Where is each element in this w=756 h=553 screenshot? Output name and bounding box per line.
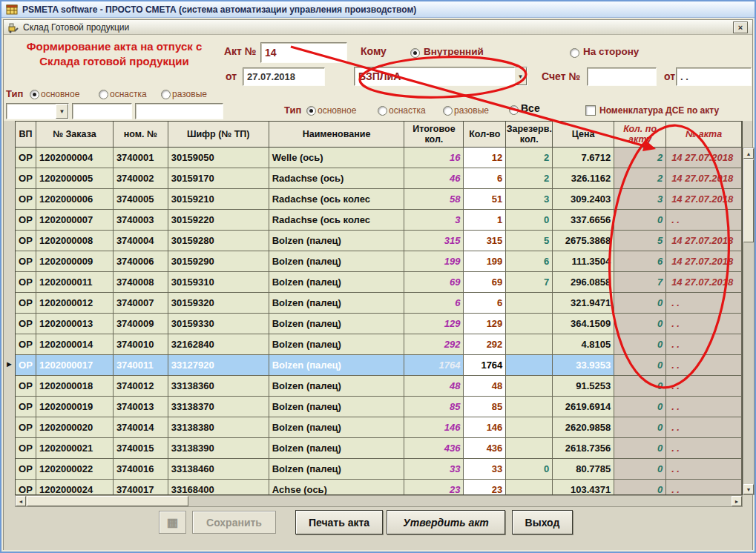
cell-act-qty[interactable]: 0	[614, 293, 666, 314]
cell-reserved[interactable]	[506, 480, 553, 494]
column-header-name[interactable]: Наименование	[269, 122, 405, 148]
cell-price[interactable]: 4.8105	[553, 334, 614, 355]
radio-type-main[interactable]	[30, 90, 39, 99]
cell-total[interactable]: 6	[404, 293, 464, 314]
column-header-reserved[interactable]: Зарезерв. кол.	[506, 122, 553, 148]
cell-name[interactable]: Bolzen (палец)	[269, 397, 405, 417]
exit-button[interactable]: Выход	[512, 510, 573, 534]
radio-internal[interactable]	[410, 48, 420, 58]
cell-name[interactable]: Achse (ось)	[269, 480, 405, 494]
cell-act-qty[interactable]: 0	[614, 314, 666, 334]
table-row[interactable]: ОР1202000021374001533138390Bolzen (палец…	[16, 438, 742, 459]
cell-order[interactable]: 1202000005	[36, 168, 114, 189]
cell-reserved[interactable]: 2	[506, 168, 553, 189]
scroll-down-icon[interactable]: ▼	[743, 484, 754, 494]
cell-act-no[interactable]: . .	[666, 210, 742, 231]
cell-name[interactable]: Bolzen (палец)	[269, 293, 405, 314]
cell-act-qty[interactable]: 0	[614, 417, 666, 438]
cell-name[interactable]: Bolzen (палец)	[269, 231, 405, 251]
table-row[interactable]: ОР1202000008374000430159280Bolzen (палец…	[16, 231, 742, 251]
table-row[interactable]: ОР1202000017374001133127920Bolzen (палец…	[16, 355, 742, 376]
cell-part[interactable]: 3740001	[114, 148, 168, 168]
cell-reserved[interactable]: 0	[506, 210, 553, 231]
nomenclature-checkbox[interactable]	[585, 105, 596, 116]
cell-order[interactable]: 1202000008	[36, 231, 114, 251]
cell-price[interactable]: 103.4371	[553, 480, 614, 494]
filter-combobox[interactable]: ▼	[6, 103, 69, 119]
cell-name[interactable]: Radachse (ось)	[269, 168, 405, 189]
cell-total[interactable]: 3	[404, 210, 464, 231]
nomenclature-checkbox-label[interactable]: Номенклатура ДСЕ по акту	[599, 105, 719, 116]
cell-price[interactable]: 337.6656	[553, 210, 614, 231]
cell-reserved[interactable]	[506, 397, 553, 417]
cell-order[interactable]: 1202000020	[36, 417, 114, 438]
cell-part[interactable]: 3740002	[114, 168, 168, 189]
cell-price[interactable]: 326.1162	[553, 168, 614, 189]
cell-price[interactable]: 111.3504	[553, 251, 614, 272]
cell-act-qty[interactable]: 7	[614, 272, 666, 293]
cell-vp[interactable]: ОР	[16, 480, 36, 494]
cell-price[interactable]: 80.7785	[553, 459, 614, 480]
cell-qty[interactable]: 1	[464, 210, 506, 231]
radio-type-main-label[interactable]: основное	[41, 89, 79, 99]
approve-act-button[interactable]: Утвердить акт	[387, 510, 505, 534]
cell-act-no[interactable]: 14 27.07.2018	[666, 231, 742, 251]
radio-type-tooling[interactable]	[99, 90, 108, 99]
table-row[interactable]: ОР1202000004374000130159050Welle (ось)16…	[16, 148, 742, 168]
cell-part[interactable]: 3740014	[114, 417, 168, 438]
table-row[interactable]: ОР1202000019374001333138370Bolzen (палец…	[16, 397, 742, 417]
cell-part[interactable]: 3740004	[114, 231, 168, 251]
cell-reserved[interactable]	[506, 314, 553, 334]
cell-qty[interactable]: 315	[464, 231, 506, 251]
grid-icon-button[interactable]: ▦	[159, 511, 186, 534]
cell-act-qty[interactable]: 2	[614, 148, 666, 168]
cell-name[interactable]: Bolzen (палец)	[269, 376, 405, 397]
cell-part[interactable]: 3740005	[114, 189, 168, 210]
cell-reserved[interactable]: 3	[506, 189, 553, 210]
table-row[interactable]: ОР1202000011374000830159310Bolzen (палец…	[16, 272, 742, 293]
recipient-combobox[interactable]: БЗПЛиА ▼	[354, 67, 527, 86]
cell-price[interactable]: 7.6712	[553, 148, 614, 168]
column-header-order[interactable]: № Заказа	[36, 122, 114, 148]
cell-act-no[interactable]: 14 27.07.2018	[666, 251, 742, 272]
scroll-up-icon[interactable]: ▲	[743, 148, 754, 159]
cell-order[interactable]: 1202000017	[36, 355, 114, 376]
cell-qty[interactable]: 23	[464, 480, 506, 494]
cell-order[interactable]: 1202000012	[36, 293, 114, 314]
cell-name[interactable]: Bolzen (палец)	[269, 417, 405, 438]
cell-qty[interactable]: 146	[464, 417, 506, 438]
cell-cipher[interactable]: 30159330	[168, 314, 269, 334]
cell-cipher[interactable]: 33138380	[168, 417, 269, 438]
cell-part[interactable]: 3740011	[114, 355, 168, 376]
cell-qty[interactable]: 6	[464, 168, 506, 189]
table-row[interactable]: ОР1202000006374000530159210Radachse (ось…	[16, 189, 742, 210]
cell-act-no[interactable]: 14 27.07.2018	[666, 189, 742, 210]
column-header-act-no[interactable]: № акта	[666, 122, 742, 148]
cell-order[interactable]: 1202000009	[36, 251, 114, 272]
cell-act-qty[interactable]: 0	[614, 376, 666, 397]
column-header-qty[interactable]: Кол-во	[464, 122, 506, 148]
cell-name[interactable]: Bolzen (палец)	[269, 355, 405, 376]
cell-vp[interactable]: ОР	[16, 231, 36, 251]
scroll-left-icon[interactable]: ◄	[16, 496, 26, 506]
cell-total[interactable]: 69	[404, 272, 464, 293]
table-row[interactable]: ОР1202000005374000230159170Radachse (ось…	[16, 168, 742, 189]
table-row[interactable]: ОР1202000007374000330159220Radachse (ось…	[16, 210, 742, 231]
cell-reserved[interactable]	[506, 293, 553, 314]
cell-price[interactable]: 91.5253	[553, 376, 614, 397]
cell-act-qty[interactable]: 0	[614, 334, 666, 355]
cell-total[interactable]: 16	[404, 148, 464, 168]
cell-vp[interactable]: ОР	[16, 251, 36, 272]
horizontal-scrollbar-thumb[interactable]	[27, 496, 188, 506]
cell-order[interactable]: 1202000013	[36, 314, 114, 334]
cell-total[interactable]: 129	[404, 314, 464, 334]
cell-name[interactable]: Bolzen (палец)	[269, 314, 405, 334]
cell-total[interactable]: 33	[404, 459, 464, 480]
cell-act-no[interactable]: 14 27.07.2018	[666, 148, 742, 168]
cell-act-no[interactable]: . .	[666, 314, 742, 334]
table-row[interactable]: ОР1202000013374000930159330Bolzen (палец…	[16, 314, 742, 334]
cell-act-no[interactable]: . .	[666, 459, 742, 480]
scroll-right-icon[interactable]: ►	[732, 496, 742, 506]
filter-field-1[interactable]	[72, 103, 132, 119]
cell-reserved[interactable]	[506, 355, 553, 376]
